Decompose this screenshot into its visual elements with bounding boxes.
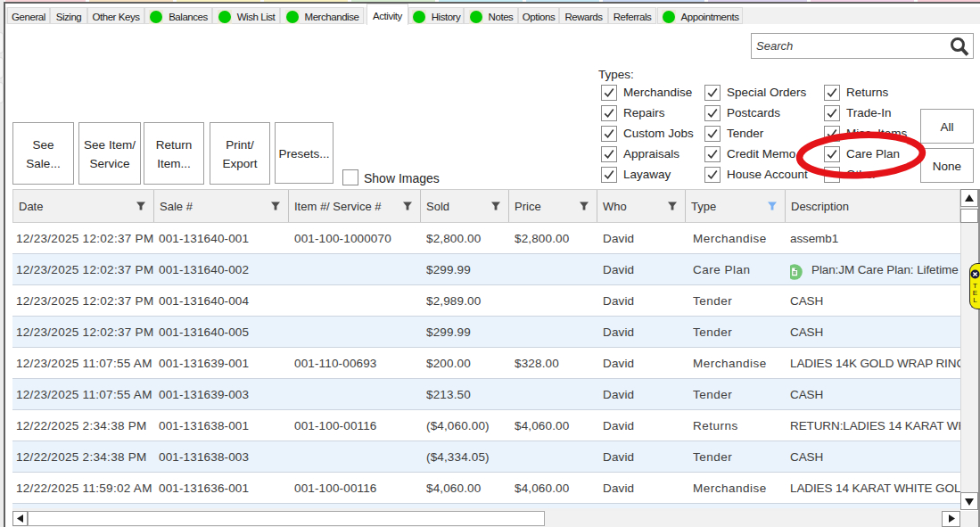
svg-text:L: L	[973, 296, 977, 304]
